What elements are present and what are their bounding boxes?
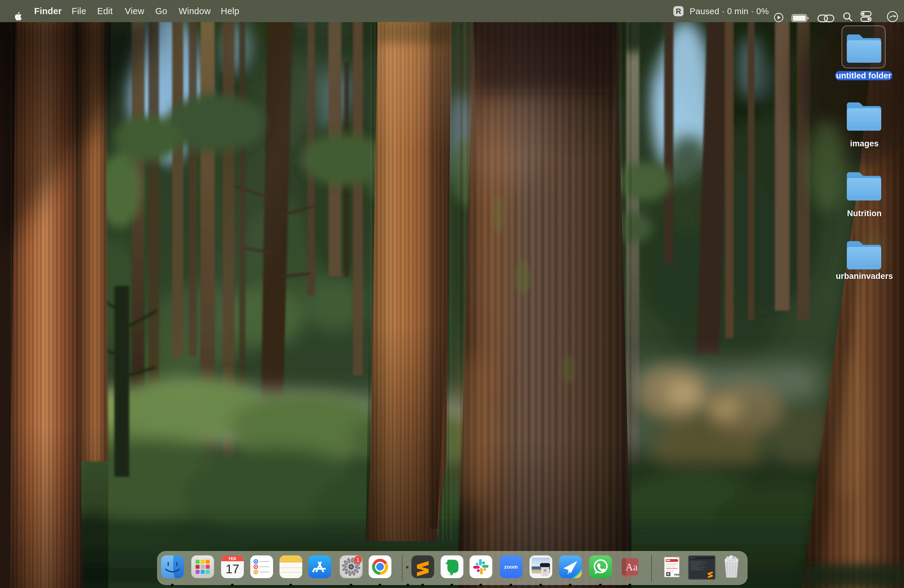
svg-text:17: 17 bbox=[226, 562, 240, 576]
svg-text:FEB: FEB bbox=[229, 556, 236, 561]
svg-text:zoom: zoom bbox=[504, 564, 518, 570]
svg-text:PDF: PDF bbox=[674, 573, 680, 576]
svg-text:1: 1 bbox=[356, 557, 359, 563]
svg-text:Aa: Aa bbox=[626, 561, 638, 573]
